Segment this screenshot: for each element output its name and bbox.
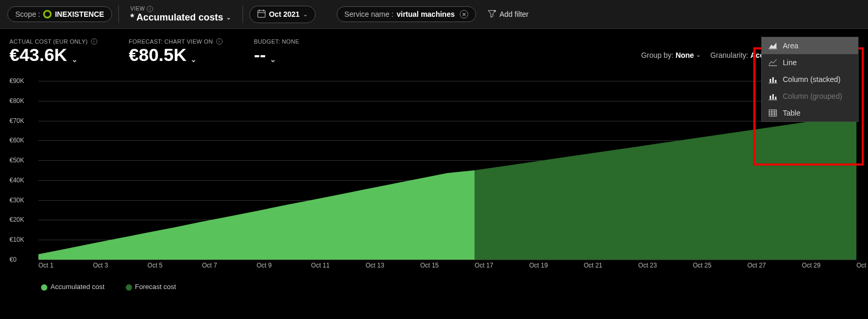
svg-rect-15 <box>775 97 776 99</box>
filter-chip-value: virtual machines <box>397 10 455 18</box>
legend-dot-icon <box>41 284 47 291</box>
y-tick: €80K <box>9 97 36 105</box>
metric-forecast[interactable]: FORECAST: CHART VIEW ONi €80.5K⌄ <box>129 38 223 65</box>
calendar-icon <box>257 9 266 19</box>
svg-rect-10 <box>772 77 774 83</box>
y-tick: €90K <box>9 77 36 85</box>
view-selector[interactable]: VIEW i * Accumulated costs⌄ <box>125 6 236 23</box>
legend-item-forecast[interactable]: Forecast cost <box>126 283 176 291</box>
chart-type-option-area[interactable]: Area <box>762 37 858 54</box>
chart-type-option-column-stacked-[interactable]: Column (stacked) <box>762 71 858 88</box>
scope-label: Scope : <box>15 10 40 18</box>
scope-selector[interactable]: Scope : INEXISTENCE <box>7 6 112 22</box>
svg-rect-9 <box>770 79 771 83</box>
add-filter-icon <box>488 9 496 19</box>
granularity-label: Granularity: <box>710 51 748 59</box>
chart-plot <box>38 81 856 260</box>
y-tick: €40K <box>9 177 36 184</box>
legend-dot-icon <box>126 284 132 291</box>
metrics-row: ACTUAL COST (EUR ONLY)i €43.6K⌄ FORECAST… <box>0 29 868 65</box>
chevron-down-icon: ⌄ <box>303 11 308 18</box>
divider <box>118 5 119 23</box>
y-tick: €60K <box>9 137 36 144</box>
legend-item-accumulated[interactable]: Accumulated cost <box>41 283 105 291</box>
grid-line <box>38 260 856 260</box>
chevron-down-icon: ⌄ <box>226 14 231 21</box>
y-tick: €20K <box>9 216 36 223</box>
svg-rect-13 <box>770 96 771 99</box>
metric-budget-val: -- <box>254 45 266 65</box>
date-value: Oct 2021 <box>269 10 299 18</box>
metric-forecast-val: €80.5K <box>129 45 187 65</box>
date-selector[interactable]: Oct 2021 ⌄ <box>249 6 315 23</box>
chart-type-option-column-grouped-: Column (grouped) <box>762 88 858 105</box>
line-chart-icon <box>768 58 778 67</box>
divider <box>243 5 243 23</box>
info-icon: i <box>147 6 153 12</box>
chevron-down-icon: ⌄ <box>190 55 197 64</box>
chevron-down-icon: ⌄ <box>696 52 701 58</box>
y-tick: €0 <box>9 256 36 263</box>
add-filter-label: Add filter <box>499 10 528 18</box>
group-by-label: Group by: <box>641 51 673 59</box>
y-tick: €10K <box>9 236 36 243</box>
add-filter-button[interactable]: Add filter <box>481 6 534 23</box>
scope-value: INEXISTENCE <box>55 10 104 18</box>
area-chart-icon <box>768 42 778 50</box>
group-by-value: None <box>675 51 694 59</box>
table-chart-icon <box>768 109 778 117</box>
legend-series2: Forecast cost <box>135 283 176 291</box>
toolbar: Scope : INEXISTENCE VIEW i * Accumulated… <box>0 0 868 29</box>
svg-rect-11 <box>775 80 776 83</box>
legend: Accumulated cost Forecast cost <box>41 283 859 291</box>
y-tick: €50K <box>9 157 36 164</box>
metric-budget-hdr: BUDGET: NONE <box>254 38 299 45</box>
info-icon: i <box>216 38 223 45</box>
filter-chip-service[interactable]: Service name : virtual machines ✕ <box>337 6 477 22</box>
chevron-down-icon: ⌄ <box>72 55 78 64</box>
chart-type-option-line[interactable]: Line <box>762 54 858 71</box>
view-header: VIEW <box>130 6 145 12</box>
y-axis: €0€10K€20K€30K€40K€50K€60K€70K€80K€90K <box>9 81 36 260</box>
chevron-down-icon: ⌄ <box>270 55 276 64</box>
y-tick: €70K <box>9 117 36 125</box>
chart-container: €0€10K€20K€30K€40K€50K€60K€70K€80K€90K O… <box>9 81 859 291</box>
svg-rect-17 <box>769 110 776 116</box>
y-tick: €30K <box>9 197 36 204</box>
scope-ring-icon <box>43 10 52 18</box>
metric-actual-val: €43.6K <box>9 45 67 65</box>
column-chart-icon <box>768 75 778 84</box>
metric-actual-cost[interactable]: ACTUAL COST (EUR ONLY)i €43.6K⌄ <box>9 38 97 65</box>
filter-chip-label: Service name : <box>345 10 393 18</box>
metric-forecast-hdr: FORECAST: CHART VIEW ON <box>129 38 213 45</box>
svg-rect-0 <box>258 11 265 17</box>
legend-series1: Accumulated cost <box>51 283 105 291</box>
svg-rect-14 <box>772 94 774 99</box>
column-chart-icon <box>768 92 778 100</box>
metric-actual-hdr: ACTUAL COST (EUR ONLY) <box>9 38 88 45</box>
group-by-selector[interactable]: Group by: None ⌄ <box>641 51 701 59</box>
chart-type-option-table[interactable]: Table <box>762 105 858 121</box>
chart-type-dropdown: AreaLineColumn (stacked)Column (grouped)… <box>761 37 859 122</box>
info-icon: i <box>91 38 97 45</box>
view-value: * Accumulated costs <box>130 12 223 23</box>
remove-filter-icon[interactable]: ✕ <box>460 10 468 18</box>
metric-budget[interactable]: BUDGET: NONE --⌄ <box>254 38 299 65</box>
